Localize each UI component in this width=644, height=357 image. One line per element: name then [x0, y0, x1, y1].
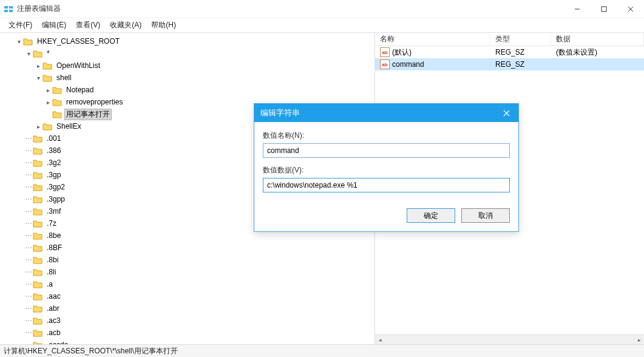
svg-rect-1 — [9, 6, 13, 8]
tree-label: .a — [45, 279, 55, 289]
tree-dots: ⋯ — [24, 219, 33, 228]
tree-dots: ⋯ — [24, 292, 33, 301]
tree-label: .8bi — [45, 255, 60, 265]
tree-dots: ⋯ — [24, 171, 33, 179]
folder-icon — [42, 61, 52, 70]
value-data-label: 数值数据(V): — [263, 165, 510, 175]
tree-dots: ⋯ — [24, 183, 33, 191]
scroll-right-icon[interactable]: ▸ — [634, 335, 644, 345]
tree-dots: ⋯ — [24, 134, 33, 143]
col-name[interactable]: 名称 — [375, 33, 490, 46]
tree-label: HKEY_CLASSES_ROOT — [35, 36, 121, 46]
tree-node-ext[interactable]: ⋯.a — [0, 278, 375, 290]
tree-dots: ⋯ — [24, 231, 33, 240]
expand-icon[interactable] — [24, 50, 33, 57]
folder-icon — [33, 304, 42, 313]
tree-label: .3gp — [45, 170, 63, 180]
tree-node-hkcr[interactable]: HKEY_CLASSES_ROOT — [0, 35, 375, 47]
scroll-left-icon[interactable]: ◂ — [375, 335, 385, 345]
folder-icon — [52, 86, 62, 94]
folder-icon — [33, 243, 42, 252]
folder-icon — [33, 341, 42, 344]
folder-icon — [33, 134, 42, 143]
tree-label: ShellEx — [55, 121, 83, 131]
horizontal-scrollbar[interactable]: ◂ ▸ — [375, 335, 644, 344]
tree-node-ext[interactable]: ⋯.accda — [0, 339, 375, 344]
expand-icon[interactable] — [34, 63, 42, 69]
folder-icon — [23, 37, 33, 46]
folder-icon — [33, 158, 42, 167]
dialog-close-button[interactable] — [494, 104, 518, 122]
value-data-input[interactable] — [263, 178, 510, 192]
tree-dots: ⋯ — [24, 316, 33, 325]
maximize-button[interactable] — [591, 0, 617, 18]
tree-dots: ⋯ — [24, 268, 33, 276]
status-path: 计算机\HKEY_CLASSES_ROOT\*\shell\用记事本打开 — [4, 346, 178, 356]
tree-node-ext[interactable]: ⋯.abr — [0, 302, 375, 314]
menu-help[interactable]: 帮助(H) — [146, 18, 181, 32]
tree-label: .aac — [45, 291, 63, 301]
string-value-icon: ab — [380, 59, 390, 69]
tree-label: OpenWithList — [55, 61, 102, 70]
tree-node-ext[interactable]: ⋯.acb — [0, 327, 375, 339]
dialog-title-bar[interactable]: 编辑字符串 — [254, 104, 518, 122]
tree-label-selected: 用记事本打开 — [64, 109, 112, 120]
folder-icon — [42, 122, 52, 131]
tree-node-star[interactable]: * — [0, 47, 375, 59]
svg-rect-5 — [602, 7, 606, 12]
value-name-label: 数值名称(N): — [263, 131, 510, 141]
list-row[interactable]: ab(默认) REG_SZ (数值未设置) — [375, 46, 644, 58]
menu-bar: 文件(F) 编辑(E) 查看(V) 收藏夹(A) 帮助(H) — [0, 18, 644, 33]
window-title: 注册表编辑器 — [17, 4, 564, 14]
tree-dots: ⋯ — [24, 243, 33, 252]
tree-node-openwith[interactable]: OpenWithList — [0, 59, 375, 72]
tree-node-ext[interactable]: ⋯.aac — [0, 290, 375, 302]
tree-dots: ⋯ — [24, 304, 33, 313]
tree-node-shell[interactable]: shell — [0, 72, 375, 84]
folder-icon — [33, 231, 42, 240]
folder-icon — [33, 171, 42, 179]
tree-label: .abr — [45, 304, 61, 313]
expand-icon[interactable] — [44, 99, 52, 106]
ok-button[interactable]: 确定 — [407, 208, 455, 223]
tree-dots: ⋯ — [24, 146, 33, 155]
value-type: REG_SZ — [490, 60, 551, 69]
menu-favorites[interactable]: 收藏夹(A) — [105, 18, 146, 32]
tree-node-notepad[interactable]: Notepad — [0, 84, 375, 96]
cancel-button[interactable]: 取消 — [461, 208, 510, 223]
folder-icon — [33, 280, 42, 288]
tree-label: .3mf — [45, 206, 63, 216]
col-type[interactable]: 类型 — [490, 33, 551, 46]
edit-string-dialog: 编辑字符串 数值名称(N): 数值数据(V): 确定 取消 — [254, 103, 519, 232]
title-bar: 注册表编辑器 — [0, 0, 644, 18]
minimize-button[interactable] — [564, 0, 591, 18]
close-button[interactable] — [617, 0, 644, 18]
svg-rect-0 — [4, 6, 8, 8]
svg-rect-2 — [4, 10, 8, 12]
menu-view[interactable]: 查看(V) — [71, 18, 105, 32]
expand-icon[interactable] — [34, 123, 42, 130]
value-data: (数值未设置) — [551, 47, 644, 58]
value-name-input[interactable] — [263, 143, 510, 158]
tree-label: .001 — [45, 134, 63, 143]
expand-icon[interactable] — [34, 75, 42, 81]
expand-icon[interactable] — [44, 87, 52, 93]
regedit-icon — [4, 4, 13, 14]
value-name: (默认) — [392, 47, 412, 58]
string-value-icon: ab — [380, 47, 390, 57]
list-row-selected[interactable]: abcommand REG_SZ — [375, 58, 644, 70]
col-data[interactable]: 数据 — [551, 33, 644, 46]
folder-icon — [42, 73, 52, 82]
tree-node-ext[interactable]: ⋯.8bi — [0, 254, 375, 266]
expand-icon[interactable] — [15, 38, 23, 45]
folder-icon — [33, 183, 42, 191]
tree-node-ext[interactable]: ⋯.8BF — [0, 242, 375, 254]
tree-label: .3g2 — [45, 158, 63, 168]
tree-dots: ⋯ — [24, 328, 33, 337]
tree-node-ext[interactable]: ⋯.ac3 — [0, 314, 375, 327]
folder-icon — [33, 207, 42, 216]
tree-node-ext[interactable]: ⋯.8li — [0, 266, 375, 278]
menu-edit[interactable]: 编辑(E) — [37, 18, 71, 32]
menu-file[interactable]: 文件(F) — [4, 18, 37, 32]
tree-label: shell — [55, 73, 73, 83]
